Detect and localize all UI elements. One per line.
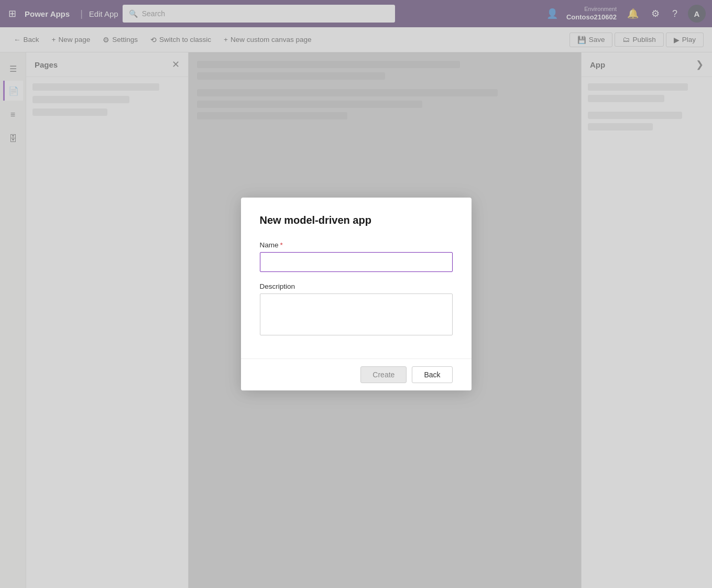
- dialog-title: New model-driven app: [260, 214, 453, 226]
- dialog-body: New model-driven app Name* Description: [241, 198, 472, 358]
- name-label: Name*: [260, 241, 453, 249]
- description-input[interactable]: [260, 293, 453, 335]
- create-button[interactable]: Create: [360, 366, 407, 383]
- name-input[interactable]: [260, 252, 453, 272]
- description-label: Description: [260, 282, 453, 290]
- dialog-footer: Create Back: [241, 358, 472, 390]
- dialog: New model-driven app Name* Description C…: [241, 198, 472, 390]
- modal-overlay: New model-driven app Name* Description C…: [0, 0, 712, 588]
- dialog-back-button[interactable]: Back: [412, 366, 452, 383]
- name-field: Name*: [260, 241, 453, 272]
- required-star: *: [280, 241, 283, 249]
- description-field: Description: [260, 282, 453, 337]
